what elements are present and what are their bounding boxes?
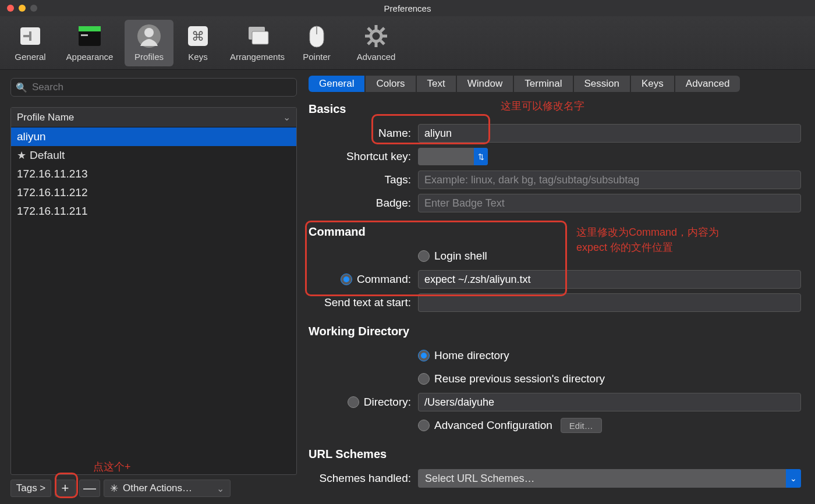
tags-input[interactable] xyxy=(418,171,801,189)
profile-name: 172.16.11.211 xyxy=(17,205,88,218)
tab-window[interactable]: Window xyxy=(457,76,513,92)
svg-point-14 xyxy=(371,31,381,41)
other-actions-button[interactable]: ✳︎ Other Actions… ⌄ xyxy=(104,480,231,497)
stepper-arrows-icon: ⇅ xyxy=(474,148,488,165)
profile-name: Default xyxy=(30,149,65,162)
keys-command-icon: ⌘ xyxy=(186,24,210,48)
name-label: Name: xyxy=(309,127,418,140)
command-input[interactable] xyxy=(418,270,801,289)
profile-name: aliyun xyxy=(17,130,46,143)
svg-line-19 xyxy=(368,28,371,31)
tags-button[interactable]: Tags > xyxy=(10,480,51,497)
section-title-command: Command xyxy=(309,225,801,239)
profile-list-item-212[interactable]: 172.16.11.212 xyxy=(11,183,296,202)
chevron-down-icon: ⌄ xyxy=(217,483,224,494)
section-title-basics: Basics xyxy=(309,102,801,116)
radio-directory-label: Directory: xyxy=(364,396,411,409)
profile-bottom-bar: Tags > + — ✳︎ Other Actions… ⌄ 点这个+ xyxy=(10,475,297,498)
toolbar-item-general[interactable]: General xyxy=(6,20,55,66)
toolbar-item-keys[interactable]: ⌘ Keys xyxy=(173,20,222,66)
shortcut-dropdown[interactable]: ⇅ xyxy=(418,148,488,165)
shortcut-label: Shortcut key: xyxy=(309,150,418,163)
section-basics: Basics 这里可以修改名字 Name: Shortcut key: ⇅ Ta… xyxy=(309,102,801,215)
tab-colors[interactable]: Colors xyxy=(366,76,415,92)
send-start-input[interactable] xyxy=(418,293,801,312)
preferences-toolbar: General Appearance Profiles ⌘ Keys Arran… xyxy=(0,16,815,70)
svg-rect-1 xyxy=(29,31,31,41)
section-title-workdir: Working Directory xyxy=(309,325,801,338)
svg-rect-4 xyxy=(79,26,101,31)
tags-label: Tags: xyxy=(309,173,418,186)
titlebar: Preferences xyxy=(0,0,815,16)
profile-settings-panel: General Colors Text Window Terminal Sess… xyxy=(303,70,815,504)
profile-list-item-213[interactable]: 172.16.11.213 xyxy=(11,165,296,183)
url-schemes-select-value: Select URL Schemes… xyxy=(425,473,534,485)
name-input[interactable] xyxy=(418,124,801,143)
arrangements-windows-icon xyxy=(245,24,270,48)
edit-advanced-config-button[interactable]: Edit… xyxy=(561,418,602,433)
section-command: Command 这里修改为Command，内容为 expect 你的文件位置 L… xyxy=(309,225,801,314)
profile-list-item-default[interactable]: ★ Default xyxy=(11,146,296,165)
profile-list-item-aliyun[interactable]: aliyun xyxy=(11,127,296,146)
radio-advanced-config[interactable] xyxy=(418,420,430,431)
search-input[interactable] xyxy=(32,81,292,93)
toolbar-label: Advanced xyxy=(357,52,396,62)
radio-home-dir-label: Home directory xyxy=(434,349,509,362)
add-profile-button[interactable]: + xyxy=(55,480,76,497)
svg-rect-2 xyxy=(23,35,29,37)
directory-input[interactable] xyxy=(418,393,801,411)
radio-reuse-dir[interactable] xyxy=(418,373,430,385)
svg-line-20 xyxy=(381,41,384,44)
search-icon: 🔍 xyxy=(16,82,27,93)
maximize-window-button[interactable] xyxy=(30,5,37,12)
profile-list-item-211[interactable]: 172.16.11.211 xyxy=(11,202,296,221)
badge-label: Badge: xyxy=(309,197,418,210)
radio-home-dir[interactable] xyxy=(418,350,430,361)
profile-list-header[interactable]: Profile Name ⌄ xyxy=(11,108,296,127)
chevron-down-icon: ⌄ xyxy=(283,112,290,123)
profile-name: 172.16.11.212 xyxy=(17,186,88,199)
toolbar-item-profiles[interactable]: Profiles xyxy=(125,20,173,66)
section-url-schemes: URL Schemes Schemes handled: Select URL … xyxy=(309,448,801,490)
toolbar-label: Pointer xyxy=(303,52,331,62)
remove-profile-button[interactable]: — xyxy=(79,480,100,497)
pointer-mouse-icon xyxy=(304,24,329,48)
badge-input[interactable] xyxy=(418,194,801,212)
section-title-url: URL Schemes xyxy=(309,448,801,461)
toolbar-label: General xyxy=(15,52,45,62)
tab-advanced[interactable]: Advanced xyxy=(675,76,740,92)
profile-list: Profile Name ⌄ aliyun ★ Default 172.16.1… xyxy=(10,107,297,475)
radio-advanced-config-label: Advanced Configuration xyxy=(434,419,552,432)
tab-session[interactable]: Session xyxy=(574,76,630,92)
tab-terminal[interactable]: Terminal xyxy=(514,76,572,92)
search-wrap: 🔍 xyxy=(10,78,297,97)
radio-directory[interactable] xyxy=(348,396,359,408)
radio-login-shell-label: Login shell xyxy=(434,250,487,262)
appearance-terminal-icon xyxy=(77,24,102,48)
tab-keys[interactable]: Keys xyxy=(631,76,674,92)
radio-command-label: Command: xyxy=(357,273,411,286)
profile-tabs: General Colors Text Window Terminal Sess… xyxy=(309,76,801,92)
toolbar-label: Arrangements xyxy=(230,52,285,62)
advanced-gear-icon xyxy=(364,24,388,48)
close-window-button[interactable] xyxy=(7,5,14,12)
profile-list-header-label: Profile Name xyxy=(17,112,74,123)
svg-line-22 xyxy=(368,41,371,44)
tab-general[interactable]: General xyxy=(309,76,364,92)
gear-icon: ✳︎ xyxy=(110,482,118,495)
other-actions-label: Other Actions… xyxy=(123,482,192,494)
toolbar-item-pointer[interactable]: Pointer xyxy=(292,20,341,66)
window-title: Preferences xyxy=(384,3,431,13)
profiles-sidebar: 🔍 Profile Name ⌄ aliyun ★ Default 172.16… xyxy=(0,70,303,504)
send-start-label: Send text at start: xyxy=(309,296,418,309)
minimize-window-button[interactable] xyxy=(19,5,26,12)
radio-login-shell[interactable] xyxy=(418,250,430,262)
toolbar-item-appearance[interactable]: Appearance xyxy=(55,20,125,66)
url-schemes-select[interactable]: Select URL Schemes… ⌄ xyxy=(418,469,801,488)
svg-text:⌘: ⌘ xyxy=(192,29,204,44)
toolbar-item-arrangements[interactable]: Arrangements xyxy=(222,20,292,66)
toolbar-item-advanced[interactable]: Advanced xyxy=(341,20,411,66)
radio-command[interactable] xyxy=(341,274,352,285)
tab-text[interactable]: Text xyxy=(417,76,456,92)
radio-reuse-dir-label: Reuse previous session's directory xyxy=(434,372,605,385)
